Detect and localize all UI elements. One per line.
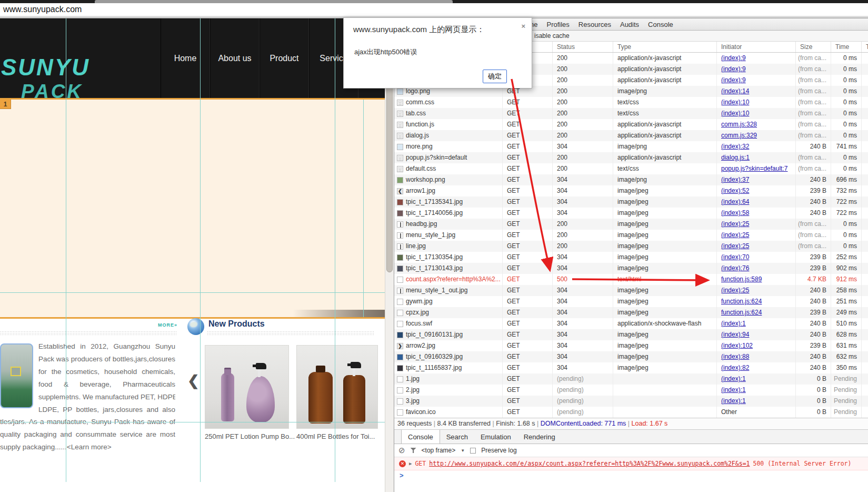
console-tab-emulation[interactable]: Emulation: [474, 430, 517, 444]
network-request-row[interactable]: function.jsGET200application/x-javascrip…: [394, 119, 868, 130]
network-request-row[interactable]: tab.cssGET200text/css(index):10(from ca.…: [394, 108, 868, 119]
network-request-row[interactable]: menu_style_1_out.jpgGET304image/jpeg(ind…: [394, 285, 868, 296]
network-request-row[interactable]: cpzx.jpgGET304image/jpegfunction.js:6242…: [394, 307, 868, 318]
column-header-Ti[interactable]: Ti: [861, 42, 868, 52]
initiator-link[interactable]: function.js:589: [721, 275, 762, 283]
console-tab-rendering[interactable]: Rendering: [517, 430, 562, 444]
initiator-link[interactable]: (index):14: [721, 87, 749, 95]
column-header-Time[interactable]: Time: [831, 42, 861, 52]
network-request-row[interactable]: tpic_t_17135341.jpgGET304image/jpeg(inde…: [394, 196, 868, 208]
nav-item-product[interactable]: Product: [260, 18, 309, 98]
network-request-row[interactable]: menu_style_1.jpgGET200image/jpeg(index):…: [394, 230, 868, 241]
initiator-link[interactable]: (index):1: [721, 375, 746, 382]
preserve-log-checkbox[interactable]: [470, 448, 476, 454]
page-scrollbar[interactable]: [385, 18, 394, 492]
product-image-2[interactable]: [296, 345, 378, 429]
network-request-row[interactable]: count.aspx?referer=http%3A%2...GET500tex…: [394, 274, 868, 285]
more-link[interactable]: MORE»: [158, 322, 177, 328]
network-request-row[interactable]: popup.js?skin=defaultGET200application/x…: [394, 152, 868, 163]
network-request-row[interactable]: workshop.pngGET304image/png(index):37240…: [394, 174, 868, 185]
filter-icon[interactable]: [411, 448, 416, 453]
column-header-Initiator[interactable]: Initiator: [716, 42, 795, 52]
column-header-Size[interactable]: Size: [795, 42, 831, 52]
product-image-1[interactable]: [205, 345, 289, 429]
initiator-link[interactable]: (index):37: [721, 176, 749, 183]
network-request-row[interactable]: default.cssGET200text/csspopup.js?skin=d…: [394, 163, 868, 174]
initiator-link[interactable]: (index):52: [721, 187, 749, 194]
initiator-link[interactable]: (index):10: [721, 110, 749, 117]
network-request-row[interactable]: 2.jpgGET(pending)(index):10 BPending: [394, 385, 868, 396]
column-header-Status[interactable]: Status: [552, 42, 613, 52]
initiator-link[interactable]: (index):25: [721, 287, 749, 294]
network-request-row[interactable]: tpic_t_11165837.jpgGET304image/jpeg(inde…: [394, 362, 868, 373]
console-prompt-chevron[interactable]: >: [400, 471, 404, 479]
initiator-link[interactable]: (index):25: [721, 242, 749, 250]
initiator-link[interactable]: comm.js:328: [721, 121, 757, 128]
carousel-prev-icon[interactable]: ❮: [187, 372, 199, 389]
initiator-link[interactable]: (index):9: [721, 76, 746, 84]
initiator-link[interactable]: (index):102: [721, 342, 753, 349]
initiator-link[interactable]: function.js:624: [721, 309, 762, 316]
initiator-link[interactable]: (index):9: [721, 65, 746, 73]
initiator-link[interactable]: (index):64: [721, 198, 749, 205]
network-request-row[interactable]: focus.swfGET304application/x-shockwave-f…: [394, 318, 868, 329]
network-request-row[interactable]: tpic_t_17140056.jpgGET304image/jpeg(inde…: [394, 208, 868, 219]
product-label-1[interactable]: 250ml PET Lotion Pump Bo...: [205, 432, 295, 440]
frame-selector[interactable]: <top frame>: [422, 447, 456, 454]
initiator-link[interactable]: (index):9: [721, 54, 746, 62]
nav-item-about-us[interactable]: About us: [210, 18, 260, 98]
disable-cache-label[interactable]: isable cache: [534, 32, 570, 40]
initiator-link[interactable]: (index):10: [721, 99, 749, 106]
banner-slide-badge[interactable]: 1: [0, 100, 11, 109]
initiator-link[interactable]: (index):76: [721, 264, 749, 272]
network-request-row[interactable]: favicon.icoGET(pending)Other0 BPending: [394, 407, 868, 418]
network-request-row[interactable]: 1.jpgGET(pending)(index):10 BPending: [394, 373, 868, 385]
tab-audits[interactable]: Audits: [620, 21, 639, 28]
tab-console[interactable]: Console: [648, 21, 673, 28]
network-request-row[interactable]: line.jpgGET200image/jpeg(index):25(from …: [394, 241, 868, 252]
initiator-link[interactable]: (index):1: [721, 386, 746, 393]
initiator-link[interactable]: (index):1: [721, 320, 746, 327]
clear-console-icon[interactable]: ⊘: [398, 446, 405, 455]
expand-arrow-icon[interactable]: ▶: [409, 461, 412, 466]
initiator-link[interactable]: popup.js?skin=default:7: [721, 165, 787, 172]
preserve-log-label[interactable]: Preserve log: [481, 447, 516, 454]
initiator-link[interactable]: (index):82: [721, 364, 749, 371]
network-request-row[interactable]: more.pngGET304image/png(index):32240 B74…: [394, 141, 868, 152]
network-request-row[interactable]: tpic_t_17130143.jpgGET304image/jpeg(inde…: [394, 263, 868, 274]
initiator-link[interactable]: (index):32: [721, 143, 749, 150]
network-request-row[interactable]: ❯arrow2.jpgGET304image/jpeg(index):10223…: [394, 340, 868, 351]
tab-resources[interactable]: Resources: [578, 21, 611, 28]
initiator-link[interactable]: (index):88: [721, 353, 749, 360]
close-icon[interactable]: ×: [521, 22, 525, 30]
network-request-row[interactable]: headbg.jpgGET200image/jpeg(index):25(fro…: [394, 219, 868, 230]
nav-item-home[interactable]: Home: [161, 18, 210, 98]
network-request-row[interactable]: ❮arrow1.jpgGET304image/jpeg(index):52239…: [394, 185, 868, 196]
factory-photo[interactable]: [0, 343, 33, 408]
initiator-link[interactable]: (index):94: [721, 331, 749, 338]
initiator-link[interactable]: (index):25: [721, 220, 749, 228]
network-request-row[interactable]: tpic_t_17130354.jpgGET304image/jpeg(inde…: [394, 252, 868, 263]
network-request-row[interactable]: 3.jpgGET(pending)(index):10 BPending: [394, 396, 868, 407]
column-header-Type[interactable]: Type: [613, 42, 716, 52]
network-request-row[interactable]: dialog.jsGET200application/x-javascriptc…: [394, 130, 868, 141]
tab-profiles[interactable]: Profiles: [546, 21, 569, 28]
network-request-row[interactable]: tpic_t_09160329.jpgGET304image/jpeg(inde…: [394, 351, 868, 362]
console-tab-search[interactable]: Search: [440, 430, 474, 444]
console-error-entry[interactable]: ✕ ▶ GET http://www.sunyupack.com/e/aspx/…: [394, 457, 868, 470]
console-tab-console[interactable]: Console: [401, 430, 440, 444]
ok-button[interactable]: 确定: [483, 70, 507, 83]
initiator-link[interactable]: (index):25: [721, 231, 749, 239]
initiator-link[interactable]: function.js:624: [721, 298, 762, 305]
initiator-link[interactable]: (index):70: [721, 253, 749, 261]
product-label-2[interactable]: 400ml PE Bottles for Toi...: [296, 432, 378, 440]
initiator-link[interactable]: dialog.js:1: [721, 154, 750, 161]
initiator-link[interactable]: (index):1: [721, 397, 746, 405]
learn-more-line[interactable]: supply packaging......<Learn more>: [0, 441, 175, 454]
network-request-row[interactable]: gywm.jpgGET304image/jpegfunction.js:6242…: [394, 296, 868, 307]
network-request-row[interactable]: comm.cssGET200text/css(index):10(from ca…: [394, 97, 868, 108]
initiator-link[interactable]: (index):58: [721, 209, 749, 217]
chevron-down-icon[interactable]: ▼: [461, 448, 465, 453]
initiator-link[interactable]: comm.js:329: [721, 132, 757, 139]
network-request-row[interactable]: tpic_t_09160131.jpgGET304image/jpeg(inde…: [394, 329, 868, 340]
